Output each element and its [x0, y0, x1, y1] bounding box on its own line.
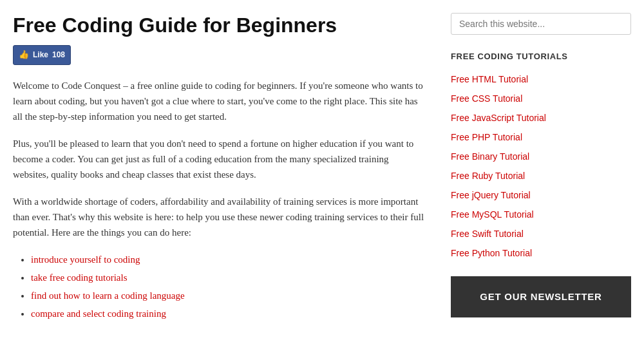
tutorial-link-1[interactable]: Free CSS Tutorial — [451, 93, 522, 104]
list-item: introduce yourself to coding — [31, 252, 425, 267]
tutorial-link-4[interactable]: Free Binary Tutorial — [451, 151, 529, 162]
bullet-list: introduce yourself to coding take free c… — [13, 252, 425, 321]
list-item: Free Binary Tutorial — [451, 149, 631, 164]
list-item: Free Swift Tutorial — [451, 226, 631, 241]
newsletter-label: GET OUR NEWSLETTER — [480, 291, 601, 302]
tutorial-link-2[interactable]: Free JavaScript Tutorial — [451, 113, 546, 123]
paragraph-3: With a worldwide shortage of coders, aff… — [13, 194, 425, 240]
list-item: find out how to learn a coding language — [31, 288, 425, 303]
list-item: Free JavaScript Tutorial — [451, 110, 631, 126]
tutorial-link-7[interactable]: Free MySQL Tutorial — [451, 209, 534, 220]
list-item: take free coding tutorials — [31, 270, 425, 285]
tutorial-link-5[interactable]: Free Ruby Tutorial — [451, 171, 525, 181]
tutorial-link-8[interactable]: Free Swift Tutorial — [451, 229, 524, 239]
list-item: compare and select coding training — [31, 306, 425, 321]
tutorial-link-3[interactable]: Free PHP Tutorial — [451, 132, 522, 142]
like-count: 108 — [52, 49, 65, 61]
list-item: Free MySQL Tutorial — [451, 207, 631, 222]
page-wrapper: Free Coding Guide for Beginners 👍 Like 1… — [0, 0, 644, 337]
bullet-link-0[interactable]: introduce yourself to coding — [31, 254, 140, 265]
list-item: Free CSS Tutorial — [451, 91, 631, 106]
search-input[interactable] — [451, 13, 631, 35]
list-item: Free PHP Tutorial — [451, 129, 631, 145]
bullet-link-3[interactable]: compare and select coding training — [31, 308, 166, 319]
list-item: Free HTML Tutorial — [451, 71, 631, 87]
list-item: Free jQuery Tutorial — [451, 187, 631, 203]
like-button[interactable]: 👍 Like 108 — [13, 45, 71, 65]
tutorial-link-6[interactable]: Free jQuery Tutorial — [451, 190, 531, 200]
page-title: Free Coding Guide for Beginners — [13, 13, 425, 37]
bullet-link-2[interactable]: find out how to learn a coding language — [31, 290, 185, 301]
sidebar: FREE CODING TUTORIALS Free HTML Tutorial… — [451, 13, 631, 324]
newsletter-box[interactable]: GET OUR NEWSLETTER — [451, 276, 631, 317]
tutorial-links-list: Free HTML Tutorial Free CSS Tutorial Fre… — [451, 71, 631, 261]
like-label: Like — [33, 49, 48, 61]
list-item: Free Python Tutorial — [451, 245, 631, 261]
thumbs-up-icon: 👍 — [19, 48, 29, 62]
tutorial-link-9[interactable]: Free Python Tutorial — [451, 248, 532, 258]
main-content: Free Coding Guide for Beginners 👍 Like 1… — [13, 13, 425, 324]
paragraph-2: Plus, you'll be pleased to learn that yo… — [13, 136, 425, 182]
tutorial-link-0[interactable]: Free HTML Tutorial — [451, 74, 528, 84]
tutorials-heading: FREE CODING TUTORIALS — [451, 50, 631, 64]
bullet-link-1[interactable]: take free coding tutorials — [31, 272, 128, 283]
main-text: Welcome to Code Conquest – a free online… — [13, 78, 425, 321]
list-item: Free Ruby Tutorial — [451, 168, 631, 184]
paragraph-1: Welcome to Code Conquest – a free online… — [13, 78, 425, 124]
